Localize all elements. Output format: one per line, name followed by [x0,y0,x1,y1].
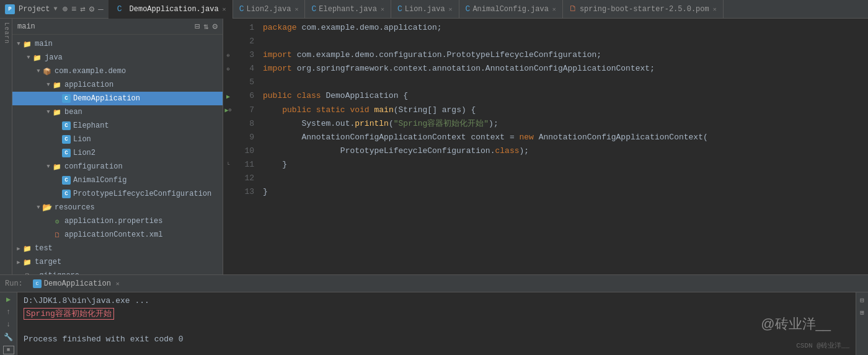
label-bean: bean [64,108,82,116]
label-java: java [45,53,63,62]
gear-icon[interactable]: ⚙ [89,4,94,14]
tab-elephant[interactable]: C Elephant.java ✕ [305,0,391,19]
resources-icon: 📂 [42,203,52,213]
tab-lion[interactable]: C Lion.java ✕ [391,0,459,19]
editor-tabs: C DemoApplication.java ✕ C Lion2.java ✕ … [108,0,863,19]
tree-item-app-properties[interactable]: ▶ ⚙ application.properties [12,214,223,228]
tree-item-appcontext-xml[interactable]: ▶ 🗋 applicationContext.xml [12,228,223,242]
project-panel: main ⊟ ⇅ ⚙ ▼ 📁 main ▼ 📁 java [12,19,223,274]
folder-icon-main: 📁 [22,39,32,49]
run-wrench-button[interactable]: 🔧 [3,333,14,342]
run-tab-label: DemoApplication [44,279,111,288]
tab-close-lion[interactable]: ✕ [449,6,453,13]
tab-label-animalconfig: AnimalConfig.java [472,5,548,14]
tab-dot-demo: C [115,4,125,14]
run-stop-button[interactable]: ■ [3,346,14,354]
tree-item-lion[interactable]: ▶ C Lion [12,133,223,146]
run-icon-line6[interactable]: ▶ [226,93,230,100]
tree-item-bean[interactable]: ▼ 📁 bean [12,105,223,119]
package-icon: 📦 [42,66,52,76]
run-tab-demoapplication[interactable]: C DemoApplication ✕ [28,275,125,292]
tree-item-gitignore[interactable]: ▶ 🗋 .gitignore [12,269,223,274]
label-application: application [64,81,113,89]
output-line-path: D:\JDK1.8\bin\java.exe ... [24,295,849,308]
label-appcontext-xml: applicationContext.xml [64,230,162,239]
label-target: target [35,258,61,266]
tree-item-resources[interactable]: ▼ 📂 resources [12,201,223,214]
folder-icon-target: 📁 [22,257,32,267]
java-class-icon-elephant: C [62,121,71,130]
main-content: Learn main ⊟ ⇅ ⚙ ▼ 📁 main ▼ [0,19,868,274]
fold-icon-line3[interactable]: ⊖ [227,53,230,58]
tab-label-lion: Lion.java [405,5,445,14]
java-class-icon-animalconfig: C [62,176,71,185]
tree-item-lion2[interactable]: ▶ C Lion2 [12,146,223,160]
fold-icon-line7[interactable]: ⊖ [229,107,232,113]
tab-pom[interactable]: 🗋 spring-boot-starter-2.5.0.pom ✕ [563,0,724,19]
arrow-target: ▶ [15,258,22,266]
titlebar-icons: ⊕ ≡ ⇄ ⚙ — [62,4,103,14]
settings-icon2[interactable]: ⇄ [80,4,85,14]
tab-animalconfig[interactable]: C AnimalConfig.java ✕ [459,0,563,19]
run-scroll-up[interactable]: ↑ [3,308,14,317]
tab-demo-application[interactable]: C DemoApplication.java ✕ [108,0,233,19]
run-scroll-down[interactable]: ↓ [3,320,14,329]
output-highlight-spring: Spring容器初始化开始 [24,308,114,320]
tree-item-target[interactable]: ▶ 📁 target [12,255,223,269]
tree-item-animalconfig[interactable]: ▶ C AnimalConfig [12,173,223,187]
tree-item-demoapplication[interactable]: ▶ C DemoApplication [12,92,223,105]
minimize-icon[interactable]: — [98,4,103,14]
tree-item-main[interactable]: ▼ 📁 main [12,37,223,51]
tree-item-configuration[interactable]: ▼ 📁 configuration [12,160,223,173]
bottom-panel: Run: C DemoApplication ✕ ▶ ↑ ↓ 🔧 ■ D:\JD… [0,274,868,355]
run-sidebar: ▶ ↑ ↓ 🔧 ■ [0,292,17,355]
collapse-icon[interactable]: ⊟ [195,21,200,32]
run-tab-close[interactable]: ✕ [116,280,120,287]
csdn-label: CSDN @砖业洋__ [796,341,849,350]
label-demoapplication: DemoApplication [73,94,140,103]
output-line-empty [24,321,849,334]
tab-close-demo[interactable]: ✕ [223,6,226,13]
run-play-button[interactable]: ▶ [3,295,14,304]
tab-close-lion2[interactable]: ✕ [294,6,298,13]
output-line-spring: Spring容器初始化开始 [24,308,849,321]
run-output: D:\JDK1.8\bin\java.exe ... Spring容器初始化开始… [17,292,856,355]
code-content[interactable]: package com.example.demo.application; im… [258,21,868,272]
tab-lion2[interactable]: C Lion2.java ✕ [233,0,306,19]
code-gutter: ⊖ ⊖ ▶ ▶ ⊖ └ [223,21,233,272]
fold-icon-line4[interactable]: ⊖ [227,66,230,72]
toolbar-btn-2[interactable]: ⊞ [857,307,867,317]
sort-icon[interactable]: ⇅ [203,21,208,32]
toolbar-btn-1[interactable]: ⊟ [857,295,867,305]
project-header-icons: ⊟ ⇅ ⚙ [195,21,218,32]
tree-item-application[interactable]: ▼ 📁 application [12,78,223,92]
tree-item-test[interactable]: ▶ 📁 test [12,242,223,255]
label-elephant: Elephant [73,121,109,130]
props-icon: ⚙ [52,216,62,226]
dropdown-arrow-icon[interactable]: ▼ [53,6,57,12]
sync-icon[interactable]: ⊕ [62,4,67,14]
run-tabs: Run: C DemoApplication ✕ [0,275,868,292]
tab-close-animalconfig[interactable]: ✕ [552,6,556,13]
tree-item-com-example[interactable]: ▼ 📦 com.example.demo [12,64,223,78]
tab-icon-lion: C [397,4,402,14]
label-test: test [35,244,53,253]
arrow-application: ▼ [45,81,52,89]
side-panel-label: Learn [0,19,12,274]
label-animalconfig: AnimalConfig [73,176,126,185]
tab-icon-pom: 🗋 [569,4,577,14]
tab-close-elephant[interactable]: ✕ [381,6,384,13]
titlebar: P Project ▼ ⊕ ≡ ⇄ ⚙ — C DemoApplication.… [0,0,868,19]
tree-item-elephant[interactable]: ▶ C Elephant [12,119,223,133]
tab-close-pom[interactable]: ✕ [713,6,717,13]
tree-item-prototype[interactable]: ▶ C PrototypeLifecycleConfiguration [12,187,223,201]
watermark: @砖业洋__ [761,315,831,333]
label-prototype: PrototypeLifecycleConfiguration [73,190,211,198]
tree-item-java[interactable]: ▼ 📁 java [12,51,223,64]
settings-icon[interactable]: ⚙ [213,21,218,32]
folder-icon-java: 📁 [32,53,42,63]
structure-icon[interactable]: ≡ [71,4,76,14]
code-editor[interactable]: ⊖ ⊖ ▶ ▶ ⊖ └ [223,19,868,274]
arrow-bean: ▼ [45,108,52,116]
label-app-properties: application.properties [64,217,162,226]
